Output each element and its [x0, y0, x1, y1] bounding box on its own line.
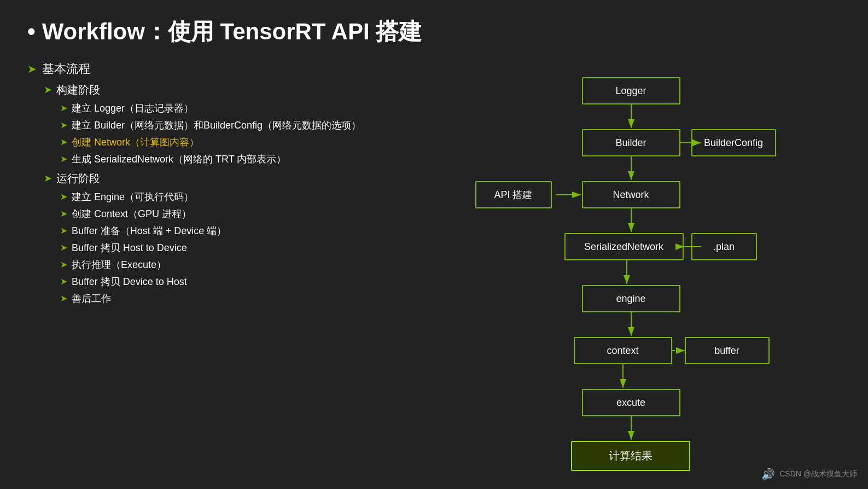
arrow-icon-l3-buffer-d2h: ➤	[60, 276, 67, 287]
content-area: ➤ 基本流程 ➤ 构建阶段 ➤ 建立 Logger（日志记录器） ➤ 建立 Bu…	[27, 61, 841, 468]
arrow-icon-l1: ➤	[27, 62, 37, 75]
flowchart: Logger Builder BuilderConfig API 搭建 Netw…	[473, 66, 779, 482]
fc-node-builder: Builder	[582, 129, 680, 156]
list-item-buffer-prep: ➤ Buffer 准备（Host 端 + Device 端）	[60, 224, 399, 237]
speaker-icon: 🔊	[761, 468, 775, 481]
label-logger: 建立 Logger（日志记录器）	[72, 102, 194, 115]
fc-node-buffer: buffer	[685, 337, 770, 364]
label-build-phase: 构建阶段	[56, 83, 100, 97]
label-context: 创建 Context（GPU 进程）	[72, 207, 191, 220]
fc-node-excute: excute	[582, 389, 680, 416]
fc-node-serialized: SerializedNetwork	[564, 233, 684, 260]
label-buffer-prep: Buffer 准备（Host 端 + Device 端）	[72, 224, 226, 237]
fc-node-logger: Logger	[582, 77, 680, 104]
fc-node-engine: engine	[582, 285, 680, 312]
list-item-cleanup: ➤ 善后工作	[60, 292, 399, 305]
arrow-icon-l3-buffer-h2d: ➤	[60, 242, 67, 253]
list-item-buffer-h2d: ➤ Buffer 拷贝 Host to Device	[60, 241, 399, 254]
label-execute: 执行推理（Execute）	[72, 258, 166, 271]
left-panel: ➤ 基本流程 ➤ 构建阶段 ➤ 建立 Logger（日志记录器） ➤ 建立 Bu…	[27, 61, 410, 468]
arrow-icon-l3-execute: ➤	[60, 259, 67, 270]
slide: • Workflow：使用 TensorRT API 搭建 ➤ 基本流程 ➤ 构…	[0, 0, 868, 489]
arrow-icon-l3-buffer-prep: ➤	[60, 225, 67, 236]
list-item-serialized: ➤ 生成 SerializedNetwork（网络的 TRT 内部表示）	[60, 153, 399, 166]
fc-node-network: Network	[582, 181, 680, 208]
fc-node-context: context	[574, 337, 672, 364]
fc-node-plan: .plan	[691, 233, 757, 260]
slide-title: • Workflow：使用 TensorRT API 搭建	[27, 16, 841, 47]
list-item-level2-build: ➤ 构建阶段	[44, 83, 399, 97]
list-item-network: ➤ 创建 Network（计算图内容）	[60, 136, 399, 149]
arrow-icon-l3-engine: ➤	[60, 191, 67, 202]
list-item-builder: ➤ 建立 Builder（网络元数据）和BuilderConfig（网络元数据的…	[60, 119, 399, 132]
fc-node-builderconfig: BuilderConfig	[691, 129, 776, 156]
arrow-icon-l2-build: ➤	[44, 84, 52, 96]
fc-node-api-build: API 搭建	[475, 181, 552, 208]
title-text: Workflow：使用 TensorRT API 搭建	[42, 16, 422, 47]
watermark-text: CSDN @战术摸鱼大师	[779, 469, 857, 479]
list-item-context: ➤ 创建 Context（GPU 进程）	[60, 207, 399, 220]
arrow-icon-l3-builder: ➤	[60, 120, 67, 130]
list-item-level1-basic: ➤ 基本流程	[27, 61, 399, 77]
label-basic-flow: 基本流程	[42, 61, 90, 77]
label-network: 创建 Network（计算图内容）	[72, 136, 199, 149]
label-buffer-d2h: Buffer 拷贝 Device to Host	[72, 275, 187, 288]
list-item-buffer-d2h: ➤ Buffer 拷贝 Device to Host	[60, 275, 399, 288]
list-item-logger: ➤ 建立 Logger（日志记录器）	[60, 102, 399, 115]
list-item-execute: ➤ 执行推理（Execute）	[60, 258, 399, 271]
label-cleanup: 善后工作	[72, 292, 111, 305]
flowchart-arrows	[473, 66, 779, 482]
arrow-icon-l3-cleanup: ➤	[60, 293, 67, 304]
title-bullet: •	[27, 19, 36, 45]
list-item-engine: ➤ 建立 Engine（可执行代码）	[60, 190, 399, 203]
list-item-level2-run: ➤ 运行阶段	[44, 171, 399, 186]
arrow-icon-l2-run: ➤	[44, 172, 52, 184]
right-panel: Logger Builder BuilderConfig API 搭建 Netw…	[410, 61, 841, 468]
label-run-phase: 运行阶段	[56, 171, 100, 186]
label-builder: 建立 Builder（网络元数据）和BuilderConfig（网络元数据的选项…	[72, 119, 361, 132]
arrow-icon-l3-network: ➤	[60, 137, 67, 147]
arrow-icon-l3-logger: ➤	[60, 103, 67, 113]
fc-node-result: 计算结果	[571, 441, 690, 471]
label-engine: 建立 Engine（可执行代码）	[72, 190, 194, 203]
label-buffer-h2d: Buffer 拷贝 Host to Device	[72, 241, 187, 254]
arrow-icon-l3-context: ➤	[60, 208, 67, 219]
label-serialized: 生成 SerializedNetwork（网络的 TRT 内部表示）	[72, 153, 286, 166]
arrow-icon-l3-serialized: ➤	[60, 154, 67, 164]
watermark: 🔊 CSDN @战术摸鱼大师	[761, 468, 857, 481]
